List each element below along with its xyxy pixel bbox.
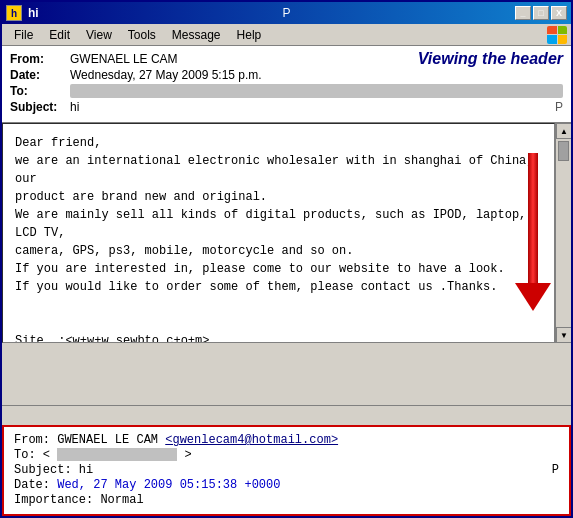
email-body-container[interactable]: Dear friend, we are an international ele… [2,123,555,343]
menu-message[interactable]: Message [164,26,229,44]
date-row: Date: Wednesday, 27 May 2009 5:15 p.m. [10,68,563,82]
title-bar-content: h hi P _ □ X [6,5,567,21]
bh-from-row: From: GWENAEL LE CAM <gwenlecam4@hotmail… [14,433,559,447]
viewing-header-label: Viewing the header [418,50,563,68]
bh-subject-label: Subject: [14,463,72,477]
date-value: Wednesday, 27 May 2009 5:15 p.m. [70,68,563,82]
title-center: P [282,6,290,20]
email-header-area: From: GWENAEL LE CAM Date: Wednesday, 27… [2,46,571,123]
status-bar [2,405,571,425]
bottom-header-panel: From: GWENAEL LE CAM <gwenlecam4@hotmail… [2,425,571,516]
email-body-text: Dear friend, we are an international ele… [3,124,554,343]
arrow-annotation [515,153,551,311]
subject-row: Subject: hi P [10,100,563,114]
bh-from-email: <gwenlecam4@hotmail.com> [165,433,338,447]
bh-date-row: Date: Wed, 27 May 2009 05:15:38 +0000 [14,478,559,492]
scroll-thumb[interactable] [558,141,569,161]
bh-date-value: Wed, 27 May 2009 05:15:38 +0000 [57,478,280,492]
bh-importance-value: Normal [100,493,143,507]
arrow-head [515,283,551,311]
from-label: From: [10,52,70,66]
bh-to-close: > [184,448,191,462]
bh-subject-p: P [552,463,559,477]
bh-to-open: < [43,448,50,462]
title-buttons: _ □ X [515,6,567,20]
scroll-track[interactable] [556,139,571,327]
subject-p: P [555,100,563,114]
date-label: Date: [10,68,70,82]
bh-from-name-text: GWENAEL LE CAM [57,433,158,447]
menu-edit[interactable]: Edit [41,26,78,44]
menu-help[interactable]: Help [229,26,270,44]
main-area: Dear friend, we are an international ele… [2,123,571,516]
bh-from-label: From: [14,433,50,447]
to-row: To: [10,84,563,98]
bh-subject-row: Subject: hi P [14,463,559,477]
menu-bar: File Edit View Tools Message Help [2,24,571,46]
xp-logo [547,26,567,44]
window-title: hi [28,6,39,20]
minimize-button[interactable]: _ [515,6,531,20]
close-button[interactable]: X [551,6,567,20]
scrollbar[interactable]: ▲ ▼ [555,123,571,343]
menu-tools[interactable]: Tools [120,26,164,44]
bh-to-row: To: < > [14,448,559,462]
bh-to-label: To: [14,448,36,462]
bh-importance-row: Importance: Normal [14,493,559,507]
menu-file[interactable]: File [6,26,41,44]
title-bar-left: h hi [6,5,39,21]
bh-importance-label: Importance: [14,493,93,507]
body-and-arrow: Dear friend, we are an international ele… [2,123,571,405]
email-window: h hi P _ □ X File Edit View Tools Messag… [0,0,573,518]
bh-date-label: Date: [14,478,50,492]
subject-value: hi [70,100,547,114]
bh-subject-value: hi [79,463,93,477]
arrow-shaft [528,153,538,283]
scroll-up-button[interactable]: ▲ [556,123,571,139]
to-value [70,84,563,98]
maximize-button[interactable]: □ [533,6,549,20]
menu-view[interactable]: View [78,26,120,44]
app-icon: h [6,5,22,21]
title-bar: h hi P _ □ X [2,2,571,24]
bh-to-value [57,448,177,461]
to-label: To: [10,84,70,98]
scroll-down-button[interactable]: ▼ [556,327,571,343]
subject-label: Subject: [10,100,70,114]
